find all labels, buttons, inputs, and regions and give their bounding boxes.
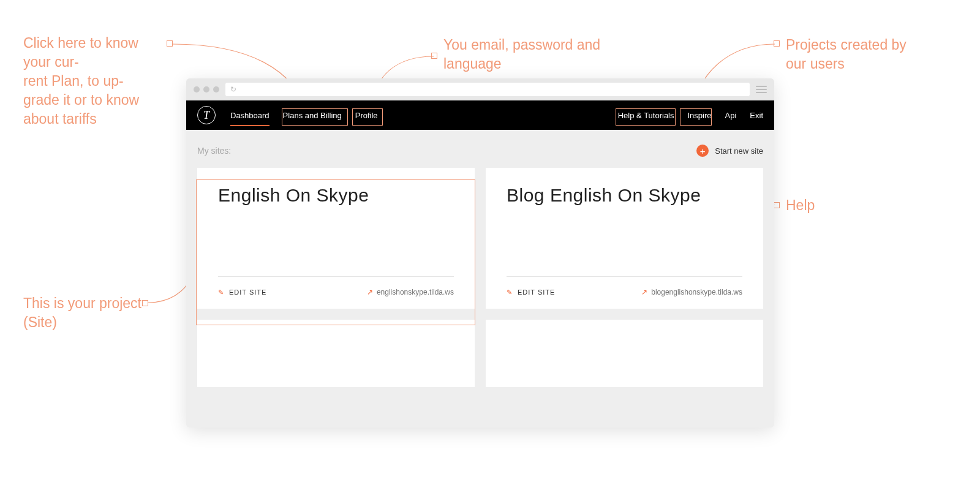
pencil-icon: ✎ xyxy=(218,288,224,296)
nav-help-tutorials[interactable]: Help & Tutorials xyxy=(618,101,674,130)
site-card-title: English On Skype xyxy=(218,185,454,206)
callout-inspire-text: Projects created by our users xyxy=(786,36,921,74)
callout-project-anchor xyxy=(142,300,148,306)
nav-api[interactable]: Api xyxy=(725,101,737,130)
traffic-lights xyxy=(194,86,219,92)
hamburger-icon[interactable] xyxy=(756,86,767,93)
site-url-link[interactable]: ↗ blogenglishonskype.tilda.ws xyxy=(641,288,742,296)
site-card-placeholder xyxy=(197,320,475,387)
callout-plans-anchor xyxy=(167,40,173,47)
site-card-placeholder xyxy=(486,320,763,387)
plus-icon: + xyxy=(696,145,709,157)
top-nav: T Dashboard Plans and Billing Profile He… xyxy=(186,100,774,130)
nav-plans-billing[interactable]: Plans and Billing xyxy=(283,101,342,130)
dot-min-icon[interactable] xyxy=(203,86,209,92)
callout-profile-text: You email, password and language xyxy=(443,36,603,74)
edit-site-label: EDIT SITE xyxy=(518,288,555,296)
site-url-text: blogenglishonskype.tilda.ws xyxy=(651,288,742,296)
site-url-link[interactable]: ↗ englishonskype.tilda.ws xyxy=(367,288,454,296)
callout-profile-anchor xyxy=(431,53,437,59)
start-new-site-button[interactable]: + Start new site xyxy=(696,145,763,157)
start-new-site-label: Start new site xyxy=(715,146,763,156)
site-card[interactable]: English On Skype ✎ EDIT SITE ↗ englishon… xyxy=(197,168,475,309)
external-link-icon: ↗ xyxy=(641,288,647,296)
callout-help-anchor xyxy=(774,202,780,208)
edit-site-button[interactable]: ✎ EDIT SITE xyxy=(507,288,555,296)
divider xyxy=(507,276,742,277)
nav-profile[interactable]: Profile xyxy=(355,101,378,130)
edit-site-label: EDIT SITE xyxy=(229,288,266,296)
dot-max-icon[interactable] xyxy=(213,86,219,92)
my-sites-label: My sites: xyxy=(197,146,231,156)
dot-close-icon[interactable] xyxy=(194,86,200,92)
callout-plans-text: Click here to know your cur- rent Plan, … xyxy=(23,34,164,129)
divider xyxy=(218,276,454,277)
nav-exit[interactable]: Exit xyxy=(750,101,763,130)
callout-help-text: Help xyxy=(786,196,815,215)
browser-titlebar: ↻ xyxy=(186,78,774,100)
callout-project-text: This is your project (Site) xyxy=(23,294,158,332)
url-bar[interactable]: ↻ xyxy=(225,83,750,96)
dashboard-content: My sites: + Start new site English On Sk… xyxy=(186,130,774,387)
site-url-text: englishonskype.tilda.ws xyxy=(377,288,454,296)
pencil-icon: ✎ xyxy=(507,288,513,296)
external-link-icon: ↗ xyxy=(367,288,373,296)
nav-dashboard[interactable]: Dashboard xyxy=(230,101,270,130)
callout-inspire-anchor xyxy=(774,40,780,47)
nav-inspire[interactable]: Inspire xyxy=(688,101,712,130)
tilda-logo-icon[interactable]: T xyxy=(197,106,216,124)
edit-site-button[interactable]: ✎ EDIT SITE xyxy=(218,288,266,296)
reload-icon[interactable]: ↻ xyxy=(230,85,236,94)
site-card[interactable]: Blog English On Skype ✎ EDIT SITE ↗ blog… xyxy=(486,168,763,309)
site-card-title: Blog English On Skype xyxy=(507,185,742,206)
browser-window: ↻ T Dashboard Plans and Billing Profile … xyxy=(186,78,774,428)
